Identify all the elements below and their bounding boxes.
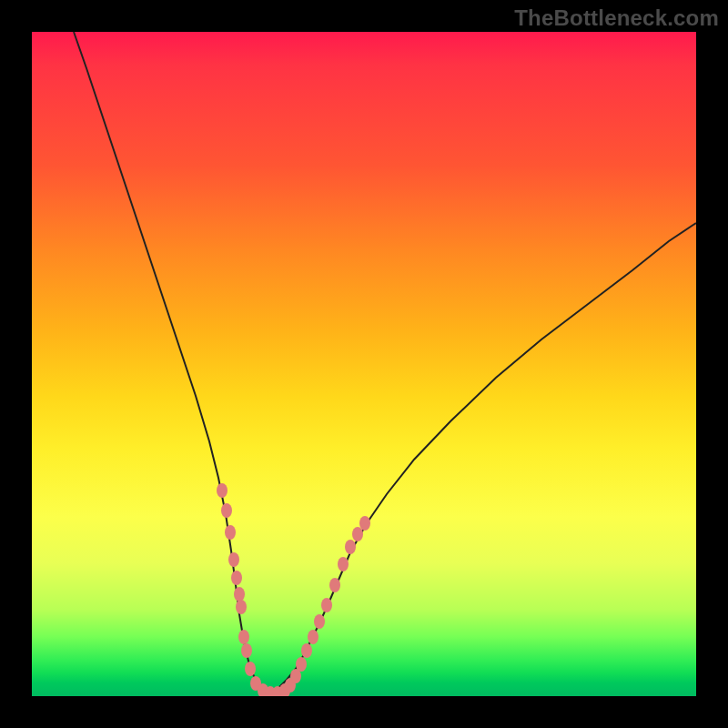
plot-area [32, 32, 696, 696]
data-dot [321, 598, 332, 612]
data-dot [352, 527, 363, 541]
data-dot [245, 662, 256, 676]
data-dot [308, 630, 318, 644]
data-dots [217, 483, 370, 696]
data-dot [231, 571, 242, 585]
data-dot [236, 600, 247, 614]
data-dot [301, 643, 312, 658]
data-dot [225, 525, 236, 540]
data-dot [228, 552, 239, 567]
data-dot [296, 657, 307, 672]
data-dot [241, 643, 252, 658]
curve-svg [32, 32, 696, 696]
data-dot [217, 483, 228, 498]
data-dot [314, 614, 325, 629]
branding-text: TheBottleneck.com [514, 5, 719, 31]
data-dot [329, 578, 340, 592]
data-dot [221, 503, 232, 518]
chart-container: TheBottleneck.com [0, 0, 728, 728]
data-dot [359, 516, 370, 531]
data-dot [338, 557, 349, 571]
data-dot [234, 587, 245, 602]
data-dot [238, 630, 249, 644]
data-dot [345, 540, 356, 554]
bottleneck-curve-right [268, 223, 696, 694]
